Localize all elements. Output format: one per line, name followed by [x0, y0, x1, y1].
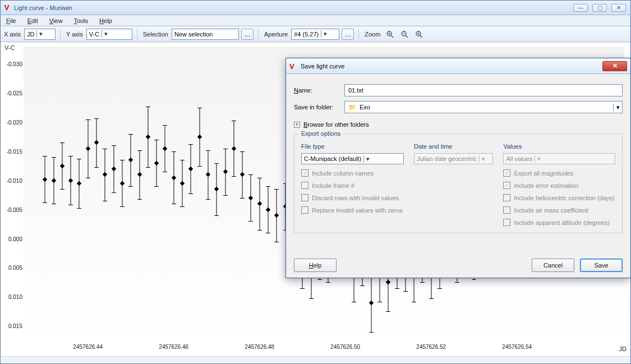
chk-discard-invalid: Discard rows with invalid values [301, 194, 404, 201]
name-input[interactable]: 01.txt [344, 84, 623, 96]
xaxis-label: X axis [3, 31, 22, 38]
toolbar: X axis JD▾ Y axis V-C▾ Selection New sel… [1, 26, 630, 42]
selection-input[interactable]: New selection [172, 29, 239, 40]
filetype-select[interactable]: C-Munipack (default)▾ [301, 153, 404, 164]
y-axis-title: V-C [4, 44, 15, 51]
dialog-close-button[interactable]: ✕ [602, 61, 627, 71]
name-label: Name: [294, 87, 338, 94]
folder-label: Save in folder: [294, 104, 338, 110]
chk-heliocentric: Include heliocentric correction (days) [503, 194, 615, 201]
help-button[interactable]: Help [294, 259, 337, 272]
zoom-label: Zoom [363, 31, 381, 38]
chk-export-all-magnitudes: ✓Export all magnitudes [503, 169, 615, 177]
export-options-group: Export options File type C-Munipack (def… [294, 133, 623, 233]
chk-include-frame: Include frame # [301, 182, 404, 189]
yaxis-label: Y axis [65, 31, 84, 38]
datetime-select: Julian date geocentric▾ [414, 153, 493, 164]
zoom-fit-icon[interactable] [384, 29, 396, 40]
maximize-button[interactable]: ▢ [592, 4, 607, 12]
group-legend: Export options [299, 130, 343, 137]
browse-expander[interactable]: + Browse for other folders [294, 121, 623, 128]
aperture-label: Aperture [263, 31, 289, 38]
titlebar: V Light curve - Muniwin — ▢ ✕ [1, 1, 630, 15]
chevron-down-icon: ▾ [363, 155, 372, 163]
folder-icon: 📁 [347, 104, 357, 111]
chevron-down-icon: ▾ [479, 155, 487, 163]
chk-include-column-names: ✓Include column names [301, 169, 404, 177]
menu-help[interactable]: Help [94, 15, 118, 26]
svg-line-5 [406, 35, 408, 38]
menu-file[interactable]: File [1, 15, 22, 26]
aperture-more-button[interactable]: … [342, 29, 354, 40]
chk-replace-invalid: Replace invalid values with zeros [301, 206, 404, 214]
chevron-down-icon: ▾ [613, 104, 622, 111]
xaxis-select[interactable]: JD▾ [24, 29, 56, 40]
chk-error-estimation: ✓Include error estimation [503, 182, 615, 189]
app-logo-icon: V [289, 62, 297, 70]
yaxis-select[interactable]: V-C▾ [86, 29, 132, 40]
aperture-select[interactable]: #4 (5.27)▾ [291, 29, 339, 40]
menubar: File Edit View Tools Help [1, 15, 630, 26]
save-button[interactable]: Save [580, 259, 623, 272]
chevron-down-icon: ▾ [36, 30, 45, 38]
window-title: Light curve - Muniwin [14, 4, 72, 11]
close-button[interactable]: ✕ [611, 4, 626, 12]
app-logo-icon: V [3, 4, 11, 12]
menu-edit[interactable]: Edit [22, 15, 44, 26]
minimize-button[interactable]: — [573, 4, 588, 12]
dialog-title: Save light curve [301, 63, 344, 70]
chk-airmass: Include air mass coefficient [503, 206, 615, 214]
menu-view[interactable]: View [44, 15, 68, 26]
save-dialog: V Save light curve ✕ Name: 01.txt Save i… [285, 58, 631, 278]
zoom-in-icon[interactable] [413, 29, 425, 40]
folder-select[interactable]: 📁 Exo ▾ [344, 101, 623, 113]
values-header: Values [503, 143, 615, 150]
x-axis-unit: JD [619, 345, 627, 352]
plus-icon: + [294, 122, 300, 128]
svg-line-8 [420, 35, 422, 38]
selection-label: Selection [142, 31, 169, 38]
chevron-down-icon: ▾ [102, 30, 110, 38]
chk-apparent-altitude: Include apparent altitude (degrees) [503, 219, 615, 226]
zoom-out-icon[interactable] [398, 29, 411, 40]
svg-line-1 [391, 35, 393, 38]
datetime-header: Date and time [414, 143, 493, 150]
dialog-titlebar: V Save light curve ✕ [286, 58, 630, 74]
chevron-down-icon: ▾ [535, 155, 543, 163]
statusbar [1, 356, 630, 363]
chevron-down-icon: ▾ [321, 30, 329, 38]
cancel-button[interactable]: Cancel [532, 259, 574, 272]
filetype-header: File type [301, 143, 404, 150]
menu-tools[interactable]: Tools [68, 15, 94, 26]
selection-more-button[interactable]: … [241, 29, 254, 40]
values-select: All values▾ [503, 153, 615, 164]
